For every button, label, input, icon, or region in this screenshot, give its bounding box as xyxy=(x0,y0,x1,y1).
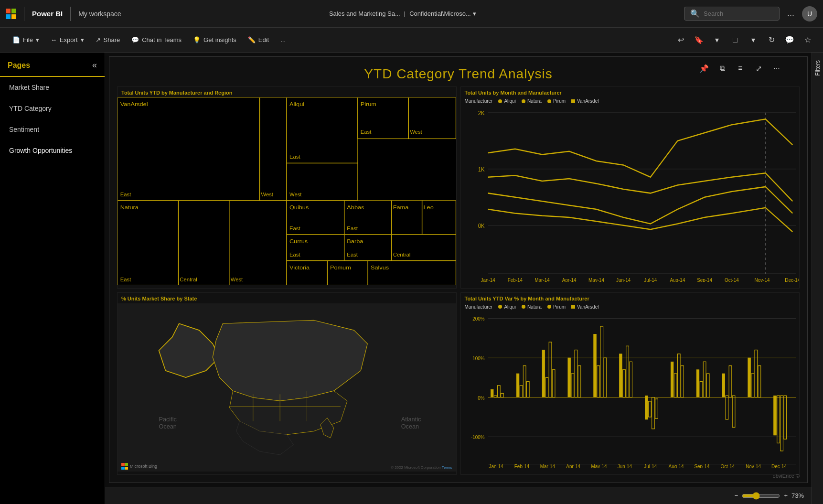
svg-rect-102 xyxy=(545,377,548,397)
svg-rect-122 xyxy=(674,374,677,397)
treemap-title: Total Units YTD by Manufacturer and Regi… xyxy=(118,87,456,97)
search-box[interactable]: 🔍 xyxy=(684,7,780,21)
filter-icon-button[interactable]: ≡ xyxy=(733,61,748,76)
bar-chart-legend: Manufacturer Aliqui Natura Pirum xyxy=(461,303,800,311)
svg-rect-140 xyxy=(783,396,786,439)
svg-rect-130 xyxy=(726,396,728,419)
comment-button[interactable]: 💬 xyxy=(782,32,797,48)
chevron-down-icon: ▾ xyxy=(36,36,39,43)
more-options-button[interactable]: ... xyxy=(783,9,798,19)
bar-chart-container[interactable]: 200% 100% 0% -100% xyxy=(461,311,800,468)
sidebar-item-sentiment[interactable]: Sentiment xyxy=(0,119,105,140)
search-input[interactable] xyxy=(704,10,770,17)
map-title: % Units Market Share by State xyxy=(118,293,456,303)
svg-text:East: East xyxy=(361,129,372,135)
svg-text:Jul-14: Jul-14 xyxy=(644,463,657,468)
sidebar-title: Pages xyxy=(8,61,30,70)
svg-rect-119 xyxy=(652,397,654,429)
pin-button[interactable]: 📌 xyxy=(696,61,712,76)
svg-rect-117 xyxy=(645,396,648,419)
legend-aliqui: Aliqui xyxy=(498,98,515,104)
avatar[interactable]: U xyxy=(802,6,817,21)
bar-legend-natura: Natura xyxy=(522,304,542,310)
more-visual-button[interactable]: ··· xyxy=(769,61,784,76)
frame-button[interactable]: □ xyxy=(727,32,743,48)
undo-button[interactable]: ↩ xyxy=(673,32,688,48)
svg-text:Mar-14: Mar-14 xyxy=(540,463,555,468)
favorite-button[interactable]: ☆ xyxy=(800,32,815,48)
svg-text:Fama: Fama xyxy=(393,204,409,211)
svg-text:Ocean: Ocean xyxy=(401,423,419,430)
map-copyright: © 2022 Microsoft Corporation Terms xyxy=(391,465,452,470)
svg-text:Jan-14: Jan-14 xyxy=(481,277,495,282)
svg-text:1K: 1K xyxy=(478,166,484,173)
svg-text:Oct-14: Oct-14 xyxy=(720,463,735,468)
treemap-container[interactable]: VanArsdel East West Natura East Central xyxy=(118,97,456,285)
svg-rect-120 xyxy=(655,399,658,418)
line-chart-container[interactable]: 2K 1K 0K xyxy=(461,105,800,282)
svg-rect-134 xyxy=(751,374,754,397)
zoom-in-button[interactable]: + xyxy=(784,492,788,499)
frame-chevron-icon[interactable]: ▾ xyxy=(746,32,761,48)
svg-rect-139 xyxy=(780,396,783,451)
share-button[interactable]: ↗ Share xyxy=(91,33,125,46)
sidebar-collapse-button[interactable]: « xyxy=(92,60,97,70)
export-button[interactable]: ↔ Export ▾ xyxy=(46,33,89,46)
filters-label[interactable]: Filters xyxy=(814,56,821,80)
top-bar: Power BI My workspace Sales and Marketin… xyxy=(0,0,823,28)
svg-text:West: West xyxy=(261,192,273,197)
workspace-label[interactable]: My workspace xyxy=(78,10,121,18)
refresh-button[interactable]: ↻ xyxy=(764,32,779,48)
svg-rect-0 xyxy=(118,97,260,201)
svg-text:Jun-14: Jun-14 xyxy=(616,277,630,282)
svg-rect-10 xyxy=(229,201,287,285)
sidebar-item-market-share[interactable]: Market Share xyxy=(0,77,105,98)
avatar-initials: U xyxy=(807,10,812,18)
svg-rect-110 xyxy=(597,365,599,397)
chevron-down-icon[interactable]: ▾ xyxy=(709,32,725,48)
charts-grid: Total Units YTD by Manufacturer and Regi… xyxy=(109,86,807,479)
file-button[interactable]: 📄 File ▾ xyxy=(8,33,44,46)
line-chart-title: Total Units by Month and Manufacturer xyxy=(461,87,800,97)
copy-button[interactable]: ⧉ xyxy=(715,61,730,76)
sidebar-item-growth-opportunities[interactable]: Growth Opportunities xyxy=(0,140,105,161)
chat-button[interactable]: 💬 Chat in Teams xyxy=(127,33,186,46)
insights-button[interactable]: 💡 Get insights xyxy=(188,33,241,46)
report-name: Sales and Marketing Sa... xyxy=(329,10,400,17)
legend-manufacturer-label: Manufacturer xyxy=(465,98,493,104)
svg-text:Abbas: Abbas xyxy=(347,204,364,211)
bookmark-button[interactable]: 🔖 xyxy=(691,32,706,48)
chart-toolbar: 📌 ⧉ ≡ ⤢ ··· xyxy=(696,61,784,76)
zoom-control: − + 73% xyxy=(735,492,804,500)
sidebar-item-ytd-category[interactable]: YTD Category xyxy=(0,98,105,119)
svg-rect-118 xyxy=(648,401,651,417)
filters-panel[interactable]: Filters xyxy=(812,53,823,504)
share-icon: ↗ xyxy=(96,36,101,43)
expand-button[interactable]: ⤢ xyxy=(751,61,766,76)
svg-text:East: East xyxy=(289,225,300,231)
svg-text:Central: Central xyxy=(393,252,411,257)
svg-rect-99 xyxy=(523,365,526,397)
sensitivity-label[interactable]: Confidential\Microso... ▾ xyxy=(409,10,476,17)
title-separator: | xyxy=(404,10,406,17)
svg-text:Leo: Leo xyxy=(423,204,433,211)
svg-rect-128 xyxy=(706,374,709,397)
svg-rect-116 xyxy=(629,362,632,397)
zoom-level: 73% xyxy=(791,492,804,499)
svg-rect-125 xyxy=(696,370,699,397)
svg-rect-96 xyxy=(501,393,503,397)
svg-rect-127 xyxy=(703,362,706,397)
microsoft-logo[interactable] xyxy=(6,9,16,19)
zoom-out-button[interactable]: − xyxy=(735,492,738,499)
map-container[interactable]: Pacific Ocean Atlantic Ocean NORTH AMERI… xyxy=(118,303,456,472)
svg-text:Jul-14: Jul-14 xyxy=(644,277,657,282)
edit-button[interactable]: ✏️ Edit xyxy=(243,33,274,46)
report-canvas: 📌 ⧉ ≡ ⤢ ··· YTD Category Trend Analysis … xyxy=(109,56,808,483)
svg-text:Pacific: Pacific xyxy=(159,416,177,422)
zoom-slider[interactable] xyxy=(742,492,780,500)
svg-text:East: East xyxy=(289,252,300,257)
svg-text:East: East xyxy=(347,252,358,257)
content-area: 📌 ⧉ ≡ ⤢ ··· YTD Category Trend Analysis … xyxy=(105,53,812,504)
svg-text:Pomum: Pomum xyxy=(330,264,351,270)
more-toolbar-button[interactable]: ... xyxy=(276,33,290,46)
